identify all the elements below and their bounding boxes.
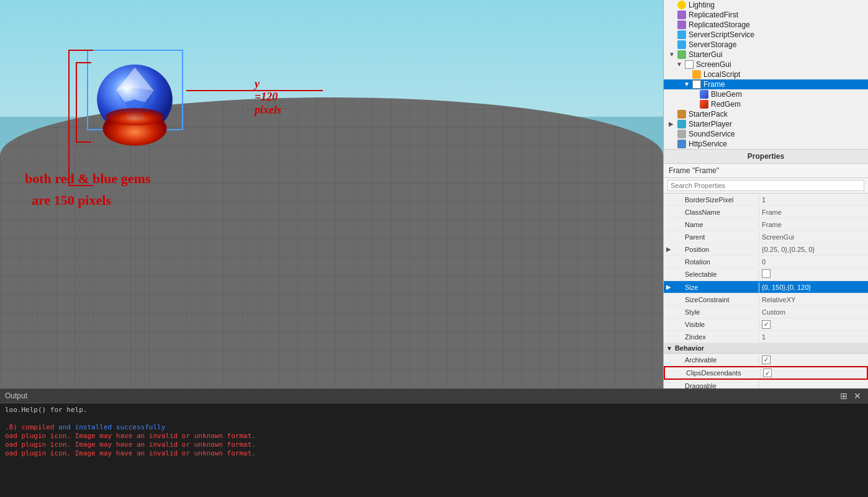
output-controls: ⊞ ✕	[838, 391, 863, 401]
explorer-item-sss[interactable]: ServerScriptService	[664, 30, 868, 40]
prop-name-class-name: ClassName	[672, 207, 759, 217]
prop-expand-archivable	[664, 356, 672, 363]
prop-row-size[interactable]: ▶ Size {0, 150},{0, 120}	[664, 281, 868, 293]
explorer-item-blue-gem[interactable]: BlueGem	[664, 89, 868, 99]
prop-value-zindex[interactable]: 1	[759, 332, 868, 342]
explorer-item-lighting[interactable]: Lighting	[664, 0, 868, 10]
prop-row-style[interactable]: Style Custom	[664, 306, 868, 318]
visible-checkbox[interactable]	[762, 320, 771, 329]
prop-row-position[interactable]: ▶ Position {0.25, 0},{0.25, 0}	[664, 243, 868, 256]
prop-value-clips-descendants[interactable]	[761, 367, 867, 378]
prop-value-size-constraint[interactable]: RelativeXY	[759, 295, 868, 305]
prop-name-visible: Visible	[672, 320, 759, 329]
explorer-item-frame[interactable]: ▼ Frame	[664, 79, 868, 89]
output-expand-button[interactable]: ⊞	[838, 391, 849, 401]
prop-value-class-name[interactable]: Frame	[759, 207, 868, 217]
prop-expand-visible	[664, 321, 672, 328]
expand-arrow-red-gem	[691, 101, 698, 108]
prop-expand-bsp	[664, 196, 672, 203]
prop-name-zindex: ZIndex	[672, 332, 759, 342]
selectable-checkbox[interactable]	[762, 269, 771, 278]
prop-value-style[interactable]: Custom	[759, 307, 868, 317]
sound-service-icon	[677, 130, 686, 138]
explorer-item-http-service[interactable]: HttpService	[664, 139, 868, 149]
annotation-y-text: y =120 pixels	[255, 78, 281, 117]
replicated-first-icon	[677, 11, 686, 19]
output-line-1: loo.Help() for help.	[5, 406, 863, 414]
explorer-item-sound-service[interactable]: SoundService	[664, 129, 868, 139]
properties-search-input[interactable]	[667, 180, 864, 191]
prop-row-rotation[interactable]: Rotation 0	[664, 256, 868, 268]
viewport: y =120 pixels both red & blue gems are 1…	[0, 0, 663, 388]
explorer-item-starter-pack[interactable]: StarterPack	[664, 109, 868, 119]
expand-arrow-starter-pack	[669, 110, 676, 118]
properties-header: Properties	[664, 150, 868, 164]
explorer-label-server-storage: ServerStorage	[689, 40, 736, 49]
expand-arrow-blue-gem	[691, 91, 698, 98]
output-blue-part: and installed successfully	[58, 423, 165, 431]
prop-value-visible[interactable]	[759, 319, 868, 330]
prop-row-size-constraint[interactable]: SizeConstraint RelativeXY	[664, 293, 868, 306]
prop-value-selectable[interactable]	[759, 268, 868, 280]
prop-name-size: Size	[672, 282, 759, 292]
explorer-label-starter-pack: StarterPack	[689, 110, 728, 119]
explorer-item-starter-gui[interactable]: ▼ StarterGui	[664, 50, 868, 60]
behavior-label: Behavior	[675, 344, 704, 352]
explorer-section[interactable]: Lighting ReplicatedFirst ReplicatedStora…	[664, 0, 868, 150]
prop-value-size[interactable]: {0, 150},{0, 120}	[759, 282, 868, 292]
frame-icon	[692, 80, 701, 89]
expand-arrow-starter-player[interactable]: ▶	[669, 120, 676, 128]
properties-search-area[interactable]	[664, 178, 868, 194]
output-panel: Output ⊞ ✕ loo.Help() for help. .8) comp…	[0, 388, 868, 497]
expand-arrow-starter-gui[interactable]: ▼	[669, 51, 676, 58]
explorer-item-replicated-first[interactable]: ReplicatedFirst	[664, 10, 868, 20]
prop-value-position[interactable]: {0.25, 0},{0.25, 0}	[759, 244, 868, 254]
archivable-checkbox[interactable]	[762, 356, 771, 364]
prop-row-name[interactable]: Name Frame	[664, 218, 868, 231]
explorer-item-screen-gui[interactable]: ▼ ScreenGui	[664, 60, 868, 69]
explorer-item-replicated-storage[interactable]: ReplicatedStorage	[664, 20, 868, 30]
explorer-item-server-storage[interactable]: ServerStorage	[664, 40, 868, 50]
explorer-item-starter-player[interactable]: ▶ StarterPlayer	[664, 119, 868, 129]
prop-expand-clips	[665, 370, 674, 377]
prop-value-rotation[interactable]: 0	[759, 257, 868, 267]
screen-gui-icon	[685, 60, 694, 69]
prop-value-parent[interactable]: ScreenGui	[759, 232, 868, 242]
expand-arrow-frame[interactable]: ▼	[684, 81, 691, 88]
prop-expand-size[interactable]: ▶	[664, 284, 672, 290]
red-gem-icon	[700, 100, 708, 109]
prop-row-archivable[interactable]: Archivable	[664, 354, 868, 366]
explorer-label-lighting: Lighting	[689, 1, 715, 9]
prop-row-draggable[interactable]: Draggable	[664, 380, 868, 388]
prop-name-archivable: Archivable	[672, 355, 759, 365]
prop-value-archivable[interactable]	[759, 354, 868, 365]
output-close-button[interactable]: ✕	[852, 391, 863, 401]
explorer-item-local-script[interactable]: LocalScript	[664, 69, 868, 79]
prop-row-class-name[interactable]: ClassName Frame	[664, 206, 868, 218]
blue-gem-icon	[700, 90, 708, 99]
output-content[interactable]: loo.Help() for help. .8) compiled and in…	[0, 403, 868, 497]
explorer-label-rf: ReplicatedFirst	[689, 11, 738, 19]
expand-arrow-sss	[669, 31, 676, 38]
behavior-section-header[interactable]: ▼ Behavior	[664, 343, 868, 354]
prop-row-zindex[interactable]: ZIndex 1	[664, 331, 868, 343]
prop-value-border-size-pixel[interactable]: 1	[759, 195, 868, 205]
prop-name-draggable: Draggable	[672, 381, 759, 389]
prop-row-parent[interactable]: Parent ScreenGui	[664, 231, 868, 243]
prop-row-border-size-pixel[interactable]: BorderSizePixel 1	[664, 194, 868, 206]
prop-expand-name	[664, 221, 672, 228]
prop-row-selectable[interactable]: Selectable	[664, 268, 868, 281]
output-red-part: .8) compiled	[5, 423, 58, 431]
prop-value-name[interactable]: Frame	[759, 220, 868, 230]
prop-row-visible[interactable]: Visible	[664, 318, 868, 331]
prop-name-rotation: Rotation	[672, 257, 759, 267]
clips-descendants-checkbox[interactable]	[763, 369, 772, 377]
expand-arrow-rf	[669, 11, 676, 19]
prop-expand-position[interactable]: ▶	[664, 246, 672, 253]
prop-row-clips-descendants[interactable]: ClipsDescendants	[664, 366, 868, 380]
prop-expand-selectable	[664, 271, 672, 278]
prop-value-draggable[interactable]	[759, 385, 868, 387]
prop-expand-style	[664, 308, 672, 315]
explorer-item-red-gem[interactable]: RedGem	[664, 99, 868, 109]
expand-arrow-screen-gui[interactable]: ▼	[676, 61, 684, 68]
